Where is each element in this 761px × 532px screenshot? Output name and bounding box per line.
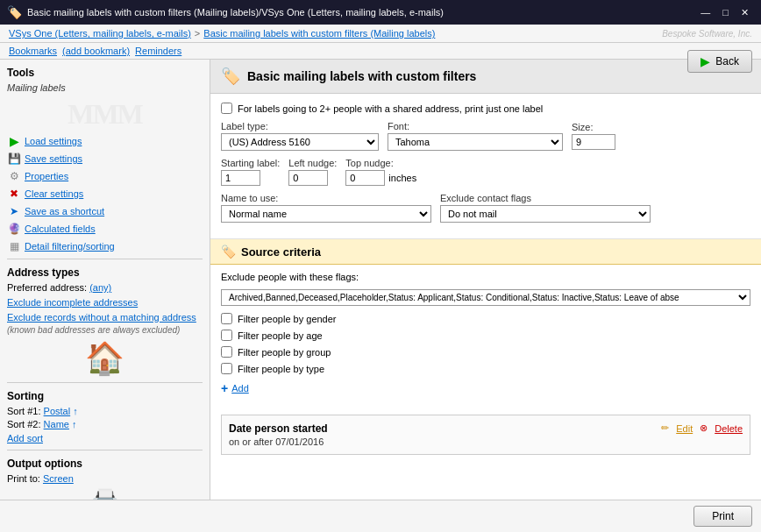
properties-icon: ⚙ — [7, 169, 21, 183]
reminders-link[interactable]: Reminders — [135, 46, 181, 56]
exclude-no-match-row: Exclude records without a matching addre… — [7, 311, 203, 323]
exclude-flags-row: Exclude people with these flags: — [221, 272, 750, 282]
properties-link[interactable]: Properties — [25, 171, 68, 181]
edit-icon: ✏ — [661, 422, 669, 434]
save-settings-item[interactable]: 💾 Save settings — [7, 152, 203, 166]
sort2-label: Sort #2: — [7, 419, 41, 429]
preferred-value[interactable]: (any) — [89, 282, 111, 293]
flags-dropdown[interactable]: Archived,Banned,Deceased,Placeholder,Sta… — [221, 289, 750, 306]
print-to-label: Print to: — [7, 473, 40, 484]
delete-link[interactable]: Delete — [715, 423, 743, 434]
print-to-link[interactable]: Screen — [43, 473, 74, 484]
sidebar: Tools Mailing labels MMM ▶ Load settings… — [0, 60, 210, 521]
exclude-flags-group: Exclude contact flags Do not mail — [440, 193, 651, 223]
close-button[interactable]: ✕ — [736, 5, 754, 20]
address-image: 🏠 — [7, 340, 203, 377]
detail-filtering-link[interactable]: Detail filtering/sorting — [25, 241, 115, 252]
calculated-fields-item[interactable]: 🔮 Calculated fields — [7, 222, 203, 236]
output-title: Output options — [7, 458, 203, 470]
title-bar-text: Basic mailing labels with custom filters… — [27, 7, 444, 18]
sort1-link[interactable]: Postal — [44, 406, 71, 416]
exclude-incomplete-link[interactable]: Exclude incomplete addresses — [7, 297, 138, 308]
load-settings-link[interactable]: Load settings — [25, 136, 82, 146]
print-button[interactable]: Print — [693, 506, 752, 527]
window-controls[interactable]: — □ ✕ — [695, 5, 754, 20]
bottom-bar: Print — [0, 500, 761, 532]
add-row: + Add — [221, 381, 750, 395]
preferred-address-row: Preferred address: (any) — [7, 282, 203, 293]
starting-label-label: Starting label: — [221, 158, 280, 168]
detail-filtering-item[interactable]: ▦ Detail filtering/sorting — [7, 239, 203, 253]
edit-link[interactable]: Edit — [676, 423, 693, 434]
save-settings-link[interactable]: Save settings — [25, 153, 82, 164]
label-font-size-row: Label type: (US) Address 5160 Font: Taho… — [221, 121, 750, 151]
breadcrumb-link2[interactable]: Basic mailing labels with custom filters… — [203, 28, 435, 39]
app-icon: 🏷️ — [7, 5, 22, 19]
filter-type-checkbox[interactable] — [221, 363, 232, 374]
top-nudge-group: Top nudge: inches — [345, 158, 416, 186]
left-nudge-input[interactable] — [288, 170, 328, 186]
branding-text: Bespoke Software, Inc. — [662, 29, 752, 39]
top-nudge-input[interactable] — [345, 170, 385, 186]
label-type-select[interactable]: (US) Address 5160 — [221, 133, 379, 151]
add-sort-link[interactable]: Add sort — [7, 433, 43, 443]
minimize-button[interactable]: — — [695, 5, 715, 20]
preferred-label: Preferred address: — [7, 282, 87, 293]
shared-address-row: For labels going to 2+ people with a sha… — [221, 103, 750, 114]
divider1 — [7, 259, 203, 259]
known-bad-note: (known bad addresses are always excluded… — [7, 325, 203, 335]
content-header-title: Basic mailing labels with custom filters — [247, 69, 476, 83]
add-bookmark-link[interactable]: (add bookmark) — [62, 46, 130, 56]
delete-circle-icon: ⊗ — [700, 422, 708, 434]
size-group: Size: — [572, 122, 615, 150]
calculated-fields-icon: 🔮 — [7, 222, 21, 236]
filter-gender-label: Filter people by gender — [238, 314, 337, 324]
exclude-no-match-link[interactable]: Exclude records without a matching addre… — [7, 312, 196, 323]
starting-label-input[interactable] — [221, 170, 260, 186]
nudge-row: Starting label: Left nudge: Top nudge: i… — [221, 158, 750, 186]
filter-age-checkbox[interactable] — [221, 330, 232, 341]
sort2-arrow: ↑ — [72, 419, 77, 429]
name-to-use-select[interactable]: Normal name — [221, 205, 431, 223]
size-input[interactable] — [572, 134, 615, 150]
breadcrumb: VSys One (Letters, mailing labels, e-mai… — [0, 25, 761, 43]
print-to-row: Print to: Screen — [7, 473, 203, 484]
clear-settings-icon: ✖ — [7, 187, 21, 201]
save-shortcut-item[interactable]: ➤ Save as a shortcut — [7, 204, 203, 218]
criteria-item-date-started: Date person started on or after 07/01/20… — [221, 415, 750, 455]
name-to-use-label: Name to use: — [221, 193, 431, 203]
top-nudge-label: Top nudge: — [345, 158, 416, 168]
filter-type-label: Filter people by type — [238, 364, 324, 374]
back-button[interactable]: ▶ Back — [687, 50, 752, 73]
shared-address-checkbox[interactable] — [221, 103, 232, 114]
breadcrumb-link1[interactable]: VSys One (Letters, mailing labels, e-mai… — [9, 28, 191, 39]
back-button-area: ▶ Back — [687, 50, 752, 73]
save-shortcut-link[interactable]: Save as a shortcut — [25, 206, 104, 216]
filter-group-checkbox[interactable] — [221, 346, 232, 358]
save-settings-icon: 💾 — [7, 152, 21, 166]
maximize-button[interactable]: □ — [717, 5, 734, 20]
filter-gender-checkbox[interactable] — [221, 313, 232, 324]
back-label: Back — [715, 55, 739, 67]
bookmarks-link[interactable]: Bookmarks — [9, 46, 57, 56]
source-criteria-header: 🏷️ Source criteria — [210, 239, 761, 265]
address-icon: 🏠 — [7, 340, 203, 377]
filter-age-row: Filter people by age — [221, 330, 750, 341]
calculated-fields-link[interactable]: Calculated fields — [25, 223, 96, 234]
sort1-row: Sort #1: Postal ↑ — [7, 406, 203, 416]
filter-age-label: Filter people by age — [238, 330, 323, 341]
clear-settings-item[interactable]: ✖ Clear settings — [7, 187, 203, 201]
exclude-flags-select[interactable]: Do not mail — [440, 205, 651, 223]
divider2 — [7, 382, 203, 383]
font-select[interactable]: Tahoma — [388, 133, 563, 151]
bookmarks-bar: Bookmarks (add bookmark) Reminders — [0, 43, 761, 60]
sort2-link[interactable]: Name — [44, 419, 69, 429]
add-link[interactable]: Add — [231, 383, 249, 394]
load-settings-item[interactable]: ▶ Load settings — [7, 134, 203, 148]
source-criteria-icon: 🏷️ — [221, 245, 236, 259]
back-icon: ▶ — [701, 54, 710, 68]
breadcrumb-separator: > — [195, 28, 200, 39]
properties-item[interactable]: ⚙ Properties — [7, 169, 203, 183]
clear-settings-link[interactable]: Clear settings — [25, 188, 83, 199]
sorting-title: Sorting — [7, 390, 203, 402]
